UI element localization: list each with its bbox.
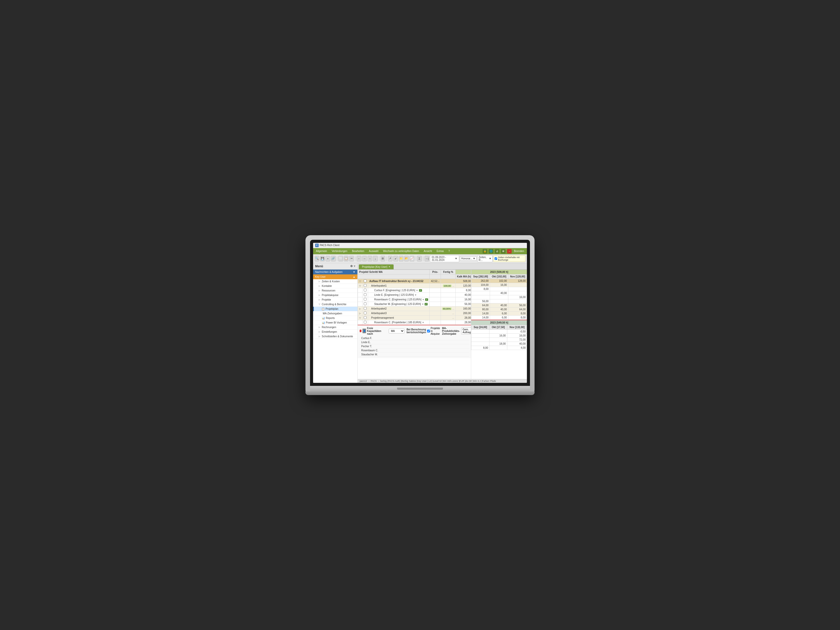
sub1-check: ✓ [419,289,422,292]
sub4-check: ✓ [425,303,428,305]
menu-verbindungen[interactable]: Verbindungen [331,249,348,253]
projektakquise-label: Projektakquise [322,294,339,297]
search-btn[interactable]: 🔍 [314,256,319,261]
forward-btn[interactable]: → [362,256,367,261]
zeilen-checkbox-label[interactable]: Zeilen-Vorbehalte mit Buchunge [493,255,526,262]
check-sub1[interactable] [363,288,368,292]
bottom-panel-header: 👤 Freie Kapazitäten nach MA [360,327,469,335]
zeiten-value: Zeiten, R... [478,256,488,261]
tab-close-icon[interactable]: ✕ [388,265,390,268]
expand-cell[interactable]: ▽ [358,279,363,283]
sub2-name: Linde E. [Engineering | 125 EUR/h] ▼ [368,292,429,297]
monitor-icon-btn[interactable]: 🖥 [501,249,505,254]
kalk-cell: 508,00 [456,279,471,283]
th-sep: Sep [262,00] [471,274,490,279]
date-range[interactable]: 01.09.2023 - 31.01.2024 ▼ [430,255,459,262]
exit-icon-btn[interactable]: → [507,249,512,254]
sidebar-item-ressourcen[interactable]: ▷ Ressourcen [313,288,357,293]
pm-sub-dropdown[interactable]: ▼ [422,321,424,324]
sidebar-item-projektplan[interactable]: 📋 Projektplan [313,307,357,311]
zeilen-checkbox[interactable] [494,257,497,260]
copy-btn[interactable]: ⬜ [338,256,343,261]
sidebar-item-controlling[interactable]: ▽ Controlling & Berichte [313,302,357,307]
menu-extras[interactable]: Extras [436,249,444,253]
sidebar-item-mazielvorgaben[interactable]: MA-Zielvorgaben [313,311,357,316]
globe-icon-btn[interactable]: 🌐 [489,249,493,254]
r4-nov: 16,00 [508,295,527,299]
screen: P PACS Rich Client Allgemein Verbindunge… [313,243,527,383]
status-bar: pacs12 → PACS → berbig (PACS-Auth) |Berb… [358,379,527,383]
app-title: PACS Rich Client [320,244,339,247]
sub4-dropdown[interactable]: ▼ [422,303,424,305]
sidebar-item-kontakte[interactable]: ▷ Kontakte [313,284,357,288]
sidebar-item-schnittstellen[interactable]: ▷ Schnittstellen & Dokumente [313,334,357,339]
sidebar-item-projekte[interactable]: ▷ Projekte [313,298,357,302]
table-row: 14,00 6,00 8,00 [471,311,527,316]
sidebar-item-zeiten[interactable]: ▷ Zeiten & Kosten [313,279,357,284]
menu-bar[interactable]: Allgemein Verbindungen Bearbeiten Auswah… [313,248,527,254]
bp-dropdown-auftragswahrsch[interactable]: Gem. Auftragswahrscheinlichkeit ▼ [461,327,471,335]
menu-bearbeiten[interactable]: Bearbeiten [351,249,365,253]
paste-btn[interactable]: 📋 [344,256,349,261]
r7-okt: 40,00 [490,307,508,311]
sidebar-filter-icon[interactable]: ▿ [354,264,355,268]
menu-help[interactable]: ? [448,249,451,253]
sidebar-item-powerbi[interactable]: 📊 Power BI Vorlagen [313,321,357,325]
save-btn[interactable]: 💾 [320,256,325,261]
sigma-btn[interactable]: Σ [417,256,422,261]
sidebar-keyuser-header[interactable]: Key User ▲ [313,275,357,279]
zeilen-label: Zeilen-Vorbehalte mit Buchunge [498,256,524,261]
sidebar-title: Menü [315,264,323,268]
sidebar-item-reports[interactable]: 📊 Reports [313,316,357,321]
r0-okt: 102,00 [490,279,508,283]
chevron-schnittstellen: ▷ [319,335,320,338]
add-btn[interactable]: + [325,256,330,261]
link-btn[interactable]: 🔗 [331,256,335,261]
back-btn[interactable]: ← [357,256,361,261]
folder-btn[interactable]: 📁 [399,256,403,261]
r5-nov [508,299,527,303]
menu-ansicht[interactable]: Ansicht [423,249,433,253]
bp-pecher-nov: 72,00 [507,338,527,342]
cut-btn[interactable]: ✂ [349,256,354,261]
sub2-dropdown[interactable]: ▼ [414,294,417,296]
menu-beenden[interactable]: Beenden [513,249,525,253]
menu-wechseln[interactable]: Wechseln zu verknüpften Daten [382,249,420,253]
up-btn[interactable]: ↑ [368,256,372,261]
sub3-dropdown[interactable]: ▼ [422,298,424,301]
bp-checkbox-projekte[interactable] [427,330,430,332]
expand-cell-ap1[interactable]: ▽ [358,283,363,288]
import-btn[interactable]: ↙ [393,256,398,261]
r1-okt: 16,00 [490,283,508,287]
r2-nov [508,287,527,291]
arrow-btn[interactable]: →| [425,256,429,261]
table-row: ▽ Aufbau IT Infrastruktur Bereich xy - 2… [358,279,471,283]
bp-select-ma[interactable]: MA [389,328,404,333]
sidebar-settings-icon[interactable]: ⚙ [350,264,353,268]
sidebar-item-einstellungen[interactable]: ▷ Einstellungen [313,330,357,334]
chart-btn[interactable]: 📈 [410,256,414,261]
honorar-select[interactable]: Honorar... ▼ [460,256,477,261]
tab-projektplan[interactable]: Projektplan [Key User] ✕ [358,264,394,269]
sidebar-nachrichten-header[interactable]: Nachrichten & Aufgaben ▼ [313,270,357,275]
menu-allgemein[interactable]: Allgemein [315,249,328,253]
check-cell[interactable] [363,279,368,283]
check-ap1[interactable] [363,283,368,288]
folder2-btn[interactable]: 📂 [404,256,409,261]
menu-auswahl[interactable]: Auswahl [368,249,379,253]
lock-icon-btn[interactable]: 🔒 [483,249,487,254]
sub1-dropdown[interactable]: ▼ [416,289,418,292]
chevron-kontakte: ▷ [319,285,320,287]
zeiten-select[interactable]: Zeiten, R... ▼ [477,255,493,262]
export-btn[interactable]: ↗ [388,256,393,261]
print-icon-btn[interactable]: 🖨 [495,249,499,254]
bp-curtius-okt [489,329,507,333]
einstellungen-label: Einstellungen [322,330,337,333]
grid-btn[interactable]: ⊞ [381,256,385,261]
panel-close-icon[interactable] [360,330,362,332]
down-btn[interactable]: ↓ [373,256,377,261]
list-item: Pecher T. [360,344,469,348]
sidebar-item-rechnungen[interactable]: ▷ Rechnungen [313,325,357,330]
screen-bezel: P PACS Rich Client Allgemein Verbindunge… [310,240,530,386]
sidebar-item-projektakquise[interactable]: ▷ Projektakquise [313,293,357,298]
